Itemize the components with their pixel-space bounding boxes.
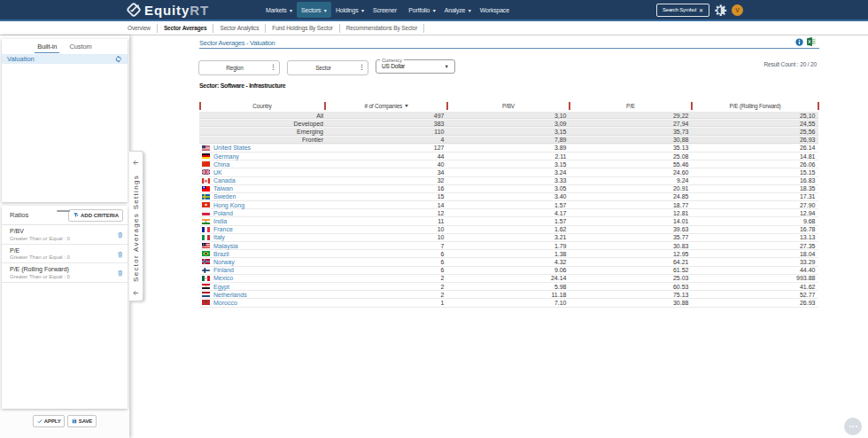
- criteria-set-tab[interactable]: Custom: [66, 43, 94, 54]
- country-link[interactable]: Hong Kong: [213, 202, 244, 208]
- tab[interactable]: Sector Analytics: [213, 21, 265, 35]
- country-link[interactable]: India: [213, 218, 227, 224]
- excel-export-icon[interactable]: [807, 37, 817, 46]
- country-row[interactable]: India 11 1.57 14.01 9.68: [199, 217, 818, 225]
- tab[interactable]: Overview: [121, 21, 157, 35]
- country-link[interactable]: Germany: [213, 153, 239, 160]
- country-row[interactable]: Taiwan 16 3.05 20.91 18.35: [199, 185, 818, 193]
- apply-button[interactable]: APPLY: [33, 415, 65, 427]
- country-row[interactable]: Hong Kong 14 1.57 18.77 27.90: [199, 201, 818, 209]
- country-link[interactable]: Morocco: [213, 300, 237, 306]
- country-row[interactable]: Poland 12 4.17 12.81 12.94: [199, 209, 818, 217]
- menu-item[interactable]: Holdings ▾: [331, 2, 368, 18]
- settings-drawer: Built-in Custom Valuation Ratios ADD CRI…: [0, 35, 129, 438]
- country-link[interactable]: Malaysia: [213, 243, 238, 249]
- criteria-item: P/E Greater Than or Equal : 0: [2, 245, 128, 264]
- kebab-menu-icon[interactable]: ⋮: [270, 64, 279, 71]
- tab[interactable]: Recommendations By Sector: [340, 21, 423, 35]
- menu-item[interactable]: Workspace: [476, 2, 517, 18]
- country-link[interactable]: United States: [213, 145, 251, 151]
- country-row[interactable]: Mexico 2 24.14 25.03 993.88: [199, 275, 818, 283]
- country-link[interactable]: Sweden: [213, 193, 236, 199]
- col-header-pbv[interactable]: P/BV: [447, 99, 570, 112]
- col-header-pe[interactable]: P/E: [570, 99, 692, 112]
- theme-contrast-icon[interactable]: [715, 4, 727, 16]
- col-header-companies[interactable]: # of Companies: [325, 99, 447, 112]
- country-link[interactable]: Norway: [213, 259, 235, 265]
- country-row[interactable]: Malaysia 7 1.79 30.83 27.35: [199, 242, 818, 250]
- country-flag-icon: [202, 227, 210, 232]
- country-link[interactable]: Taiwan: [213, 185, 233, 192]
- save-button[interactable]: SAVE: [67, 415, 97, 427]
- sector-filter[interactable]: Sector ⋮: [287, 60, 368, 75]
- add-criteria-button[interactable]: ADD CRITERIA: [68, 209, 123, 222]
- country-link[interactable]: UK: [213, 169, 222, 176]
- country-row[interactable]: China 40 3.15 55.46 26.06: [199, 160, 818, 168]
- panel-splitter-handle[interactable]: [57, 210, 70, 212]
- delete-criteria-icon[interactable]: [117, 231, 124, 239]
- user-avatar[interactable]: V: [732, 4, 743, 16]
- country-link[interactable]: China: [213, 161, 229, 168]
- more-actions-fab[interactable]: [844, 418, 862, 435]
- country-row[interactable]: Germany 44 2.11 25.08 14.81: [199, 153, 818, 160]
- table-header: Country # of Companies P/BV P/E P/E (Rol…: [199, 99, 818, 112]
- delete-criteria-icon[interactable]: [117, 270, 124, 277]
- menu-item[interactable]: Portfolio ▾: [404, 2, 439, 18]
- menu-item[interactable]: Screener: [368, 2, 404, 18]
- tab[interactable]: Sector Averages: [158, 21, 213, 35]
- country-link[interactable]: Finland: [213, 267, 234, 273]
- aggregate-row[interactable]: All 497 3,10 29,22 25,10: [199, 112, 818, 120]
- chevron-down-icon: ▾: [433, 7, 436, 13]
- equityrt-diamond-icon: [126, 2, 142, 18]
- add-criteria-icon: [73, 212, 79, 218]
- country-flag-icon: [202, 210, 210, 215]
- section-tabbar: Overview Sector Averages Sector Analytic…: [0, 21, 868, 35]
- kebab-menu-icon[interactable]: ⋮: [359, 64, 368, 71]
- country-flag-icon: [202, 243, 210, 248]
- settings-panel-toggle[interactable]: Sector Averages Settings: [129, 151, 143, 301]
- menu-item[interactable]: Markets ▾: [261, 2, 297, 18]
- chevron-down-icon: ▾: [361, 7, 364, 13]
- search-symbol-button[interactable]: Search Symbol ✕: [656, 4, 709, 17]
- country-row[interactable]: Finland 6 9.06 61.52 44.40: [199, 267, 818, 275]
- aggregate-row[interactable]: Frontier 4 7,89 30,88 26,93: [199, 137, 818, 145]
- country-row[interactable]: United States 127 3.89 35.13 26.14: [199, 145, 818, 153]
- country-row[interactable]: Brazil 6 1.38 12.95 18.04: [199, 250, 818, 258]
- country-row[interactable]: Netherlands 2 11.18 75.13 52.77: [199, 291, 818, 299]
- country-link[interactable]: Mexico: [213, 275, 233, 281]
- criteria-set-tab[interactable]: Built-in: [35, 43, 59, 54]
- refresh-icon[interactable]: [114, 55, 123, 63]
- country-row[interactable]: Sweden 15 3.40 24.85 17.31: [199, 193, 818, 201]
- country-flag-icon: [202, 259, 210, 264]
- category-row[interactable]: Valuation: [2, 54, 128, 65]
- country-row[interactable]: Canada 32 3.33 9.24 16.83: [199, 177, 818, 185]
- aggregate-row[interactable]: Developed 383 3,09 27,94 24,55: [199, 120, 818, 128]
- delete-criteria-icon[interactable]: [117, 251, 124, 258]
- country-row[interactable]: Norway 6 4.32 64.21 33.29: [199, 258, 818, 266]
- country-row[interactable]: Morocco 1 7.10 30.88 26.93: [199, 299, 818, 307]
- main-menu: Markets ▾ Sectors ▾ Holdings ▾ Screener …: [261, 0, 516, 20]
- country-link[interactable]: Netherlands: [213, 292, 247, 298]
- aggregate-row[interactable]: Emerging 110 3,15 35,73 25,56: [199, 128, 818, 136]
- info-icon[interactable]: [795, 38, 803, 46]
- country-link[interactable]: Poland: [213, 210, 233, 216]
- menu-item[interactable]: Analyze ▾: [440, 2, 476, 18]
- country-row[interactable]: UK 34 3.24 24.60 15.15: [199, 168, 818, 176]
- col-header-perf[interactable]: P/E (Rolling Forward): [692, 99, 818, 112]
- region-filter[interactable]: Region ⋮: [198, 60, 280, 75]
- country-row[interactable]: Italy 10 3.21 35.77 13.13: [199, 234, 818, 242]
- country-row[interactable]: Egypt 2 5.98 60.53 41.62: [199, 283, 818, 291]
- close-icon[interactable]: ✕: [699, 7, 703, 13]
- country-link[interactable]: Egypt: [213, 284, 229, 290]
- collapse-arrow-icon: [133, 290, 139, 296]
- menu-item[interactable]: Sectors ▾: [297, 2, 331, 18]
- country-link[interactable]: France: [213, 226, 233, 232]
- col-header-country[interactable]: Country: [199, 99, 325, 112]
- country-row[interactable]: France 10 1.62 39.63 16.78: [199, 226, 818, 234]
- country-link[interactable]: Italy: [213, 234, 225, 240]
- tab[interactable]: Fund Holdings By Sector: [266, 21, 338, 35]
- country-link[interactable]: Brazil: [213, 251, 229, 257]
- currency-select[interactable]: Currency US Dollar ▼: [376, 59, 455, 74]
- brand-logo[interactable]: EquityRT: [126, 0, 209, 20]
- country-link[interactable]: Canada: [213, 177, 236, 184]
